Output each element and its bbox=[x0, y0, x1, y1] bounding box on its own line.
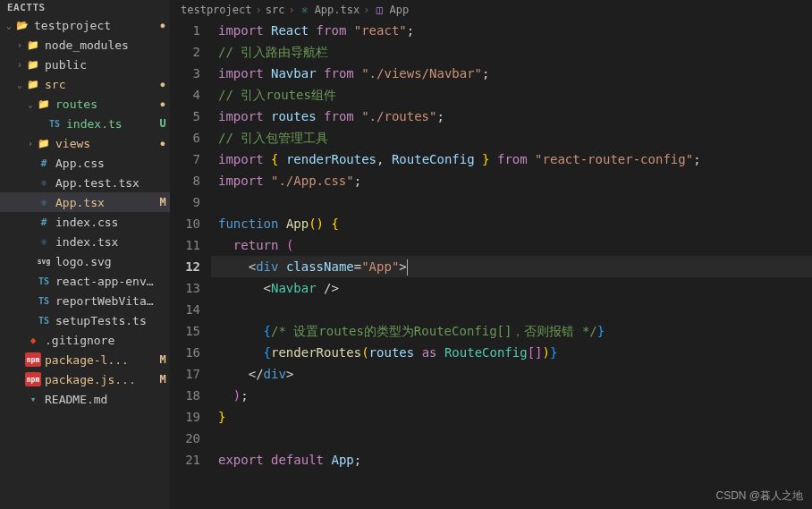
tree-item-routes[interactable]: ⌄📁routes● bbox=[0, 94, 170, 114]
tree-item-label: App.test.tsx bbox=[55, 176, 156, 190]
code-line[interactable]: </div> bbox=[211, 363, 812, 385]
tree-item-label: src bbox=[45, 78, 156, 91]
line-number: 7 bbox=[170, 148, 200, 170]
line-number: 12 bbox=[170, 256, 200, 277]
react-icon: ⚛ bbox=[299, 4, 311, 16]
tree-item-testproject[interactable]: ⌄📂testproject● bbox=[0, 15, 170, 35]
tree-item-apptsx[interactable]: ⚛App.tsxM bbox=[0, 192, 170, 212]
folder-teal-icon: 📁 bbox=[36, 97, 52, 111]
line-number: 13 bbox=[170, 277, 200, 299]
line-number: 6 bbox=[170, 127, 200, 148]
ts-icon: TS bbox=[36, 293, 52, 308]
tree-item-indexts[interactable]: TSindex.tsU bbox=[0, 114, 170, 133]
css-icon: # bbox=[36, 156, 52, 170]
tree-item-label: index.tsx bbox=[55, 235, 156, 249]
chevron-right-icon[interactable]: › bbox=[25, 139, 36, 148]
line-gutter: 123456789101112131415161718192021 bbox=[170, 20, 211, 509]
code-line[interactable]: import Navbar from "./views/Navbar"; bbox=[211, 63, 812, 84]
git-status-badge: ● bbox=[156, 21, 170, 30]
code-line[interactable] bbox=[211, 299, 812, 320]
tree-item-label: views bbox=[55, 137, 156, 150]
ts-icon: TS bbox=[36, 313, 52, 327]
tree-item-indextsx[interactable]: ⚛index.tsx bbox=[0, 232, 170, 251]
tree-item-label: App.css bbox=[55, 157, 156, 170]
npm-icon: npm bbox=[25, 352, 41, 367]
line-number: 5 bbox=[170, 106, 200, 127]
tree-item-packagejs[interactable]: npmpackage.js...M bbox=[0, 369, 170, 389]
code-line[interactable]: {renderRoutes(routes as RouteConfig[])} bbox=[211, 342, 812, 363]
css-icon: # bbox=[36, 215, 52, 229]
npm-icon: npm bbox=[25, 372, 41, 386]
folder-icon: 📁 bbox=[25, 38, 41, 52]
code-line[interactable]: {/* 设置routes的类型为RouteConfig[]，否则报错 */} bbox=[211, 320, 812, 342]
tree-item-reportwebvital[interactable]: TSreportWebVital... bbox=[0, 291, 170, 310]
line-number: 20 bbox=[170, 428, 200, 449]
crumb-src[interactable]: src bbox=[266, 4, 285, 16]
git-status-badge: M bbox=[156, 196, 170, 208]
code-editor[interactable]: 123456789101112131415161718192021 import… bbox=[170, 20, 812, 509]
line-number: 4 bbox=[170, 84, 200, 106]
code-line[interactable]: import { renderRoutes, RouteConfig } fro… bbox=[211, 148, 812, 170]
chevron-down-icon[interactable]: ⌄ bbox=[4, 21, 14, 30]
tree-item-src[interactable]: ⌄📁src● bbox=[0, 74, 170, 94]
crumb-testproject[interactable]: testproject bbox=[181, 4, 251, 16]
folder-open-icon: 📂 bbox=[14, 18, 30, 32]
editor-main: testproject › src › ⚛ App.tsx › ◫ App 12… bbox=[170, 0, 812, 509]
chevron-down-icon[interactable]: ⌄ bbox=[25, 99, 36, 109]
file-tree: ⌄📂testproject●›📁node_modules›📁public⌄📁sr… bbox=[0, 15, 170, 509]
tree-item-indexcss[interactable]: #index.css bbox=[0, 212, 170, 232]
code-line[interactable]: // 引入路由导航栏 bbox=[211, 41, 812, 63]
tree-item-label: logo.svg bbox=[55, 255, 156, 268]
tree-item-readmemd[interactable]: ▾README.md bbox=[0, 389, 170, 409]
tree-item-label: index.ts bbox=[66, 117, 156, 131]
code-line[interactable]: function App() { bbox=[211, 213, 812, 234]
chevron-right-icon[interactable]: › bbox=[14, 40, 25, 50]
code-line[interactable]: import React from "react"; bbox=[211, 20, 812, 41]
react-icon: ⚛ bbox=[36, 195, 52, 209]
line-number: 1 bbox=[170, 20, 200, 41]
line-number: 11 bbox=[170, 234, 200, 256]
code-line[interactable]: ); bbox=[211, 385, 812, 406]
svg-icon: svg bbox=[36, 254, 52, 268]
code-line[interactable]: // 引入routes组件 bbox=[211, 84, 812, 106]
git-status-badge: ● bbox=[156, 100, 170, 108]
code-line[interactable] bbox=[211, 191, 812, 213]
tree-item-gitignore[interactable]: ◆.gitignore bbox=[0, 330, 170, 350]
tree-item-packagel[interactable]: npmpackage-l...M bbox=[0, 350, 170, 369]
tree-item-logosvg[interactable]: svglogo.svg bbox=[0, 251, 170, 271]
code-line[interactable] bbox=[211, 428, 812, 449]
folder-icon: 📁 bbox=[25, 57, 41, 72]
folder-red-icon: 📁 bbox=[36, 136, 52, 150]
code-area[interactable]: import React from "react";// 引入路由导航栏impo… bbox=[211, 20, 812, 509]
code-line[interactable]: import routes from "./routes"; bbox=[211, 106, 812, 127]
tree-item-public[interactable]: ›📁public bbox=[0, 55, 170, 74]
crumb-symbol[interactable]: ◫ App bbox=[373, 4, 409, 16]
code-line[interactable]: } bbox=[211, 406, 812, 428]
breadcrumb[interactable]: testproject › src › ⚛ App.tsx › ◫ App bbox=[170, 0, 812, 20]
chevron-right-icon: › bbox=[255, 4, 261, 16]
crumb-file[interactable]: ⚛ App.tsx bbox=[299, 4, 360, 16]
line-number: 19 bbox=[170, 406, 200, 428]
code-line[interactable]: return ( bbox=[211, 234, 812, 256]
md-icon: ▾ bbox=[25, 392, 41, 406]
line-number: 17 bbox=[170, 363, 200, 385]
tree-item-label: public bbox=[45, 58, 156, 72]
tree-item-views[interactable]: ›📁views● bbox=[0, 133, 170, 153]
code-line[interactable]: <Navbar /> bbox=[211, 277, 812, 299]
tree-item-setupteststs[interactable]: TSsetupTests.ts bbox=[0, 310, 170, 330]
sidebar-header: EACTTS bbox=[0, 0, 170, 15]
tree-item-appcss[interactable]: #App.css bbox=[0, 153, 170, 173]
code-line[interactable]: export default App; bbox=[211, 449, 812, 471]
line-number: 2 bbox=[170, 41, 200, 63]
code-line[interactable]: import "./App.css"; bbox=[211, 170, 812, 191]
code-line[interactable]: <div className="App"> bbox=[211, 256, 812, 277]
chevron-down-icon[interactable]: ⌄ bbox=[14, 80, 25, 89]
code-line[interactable]: // 引入包管理工具 bbox=[211, 127, 812, 148]
tree-item-nodemodules[interactable]: ›📁node_modules bbox=[0, 35, 170, 55]
tree-item-reactappenv[interactable]: TSreact-app-env.... bbox=[0, 271, 170, 291]
git-status-badge: U bbox=[156, 117, 170, 130]
tree-item-apptesttsx[interactable]: ⚛App.test.tsx bbox=[0, 173, 170, 192]
chevron-right-icon[interactable]: › bbox=[14, 60, 25, 70]
tree-item-label: setupTests.ts bbox=[55, 314, 156, 327]
git-status-badge: M bbox=[156, 373, 170, 386]
